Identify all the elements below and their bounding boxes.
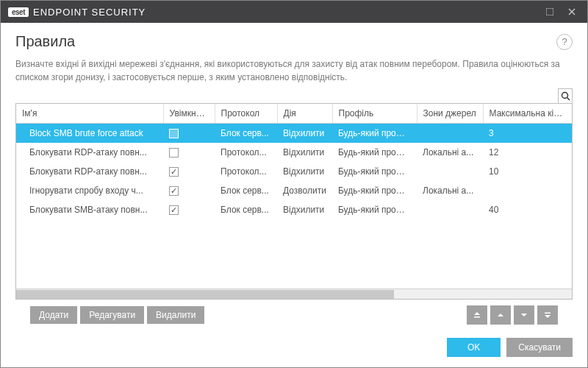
cell-protocol: Блок серв... xyxy=(215,200,277,219)
search-button[interactable] xyxy=(558,88,573,103)
triangle-bottom-icon xyxy=(543,311,552,319)
col-protocol[interactable]: Протокол xyxy=(215,104,277,124)
cell-profile: Будь-який профіль xyxy=(332,143,417,162)
horizontal-scrollbar[interactable] xyxy=(16,289,572,299)
minimize-icon xyxy=(546,8,553,15)
action-row: Додати Редагувати Видалити xyxy=(15,300,573,325)
close-icon xyxy=(568,8,576,15)
svg-point-1 xyxy=(562,93,567,99)
product-name: ENDPOINT SECURITY xyxy=(33,7,146,18)
help-button[interactable]: ? xyxy=(556,34,573,50)
cell-zones xyxy=(417,200,483,219)
cell-protocol: Протокол... xyxy=(215,143,277,162)
close-button[interactable] xyxy=(561,1,583,23)
cell-max: 10 xyxy=(483,162,572,181)
move-top-button[interactable] xyxy=(467,305,487,325)
cell-zones: Локальні а... xyxy=(417,181,483,200)
cell-max: 40 xyxy=(483,200,572,219)
cancel-button[interactable]: Скасувати xyxy=(506,338,573,357)
table-row[interactable]: Ігнорувати спробу входу ч...Блок серв...… xyxy=(16,181,572,200)
cell-protocol: Блок серв... xyxy=(215,124,277,143)
enabled-checkbox[interactable] xyxy=(169,129,179,138)
move-up-button[interactable] xyxy=(490,305,511,325)
col-max[interactable]: Максимальна кількість сп... xyxy=(483,104,572,124)
enabled-checkbox[interactable] xyxy=(169,205,179,215)
enabled-checkbox[interactable] xyxy=(169,167,179,177)
rules-table-container: Ім'я Увімкнуто Протокол Дія Профіль Зони… xyxy=(15,103,573,300)
cell-name: Блокувати RDP-атаку повн... xyxy=(16,162,163,181)
cell-max: 12 xyxy=(483,143,572,162)
cell-profile: Будь-який профіль xyxy=(332,162,417,181)
ok-button[interactable]: OK xyxy=(447,338,501,357)
page-header: Правила ? xyxy=(1,23,587,57)
svg-rect-3 xyxy=(474,316,480,318)
table-row[interactable]: Блокувати SMB-атаку повн...Блок серв...В… xyxy=(16,200,572,219)
minimize-button[interactable] xyxy=(539,1,561,23)
brand-badge: eset xyxy=(8,7,29,17)
cell-action: Дозволити xyxy=(277,181,332,200)
cell-max: 3 xyxy=(483,124,572,143)
enabled-checkbox[interactable] xyxy=(169,148,179,158)
search-icon xyxy=(561,91,570,101)
col-profile[interactable]: Профіль xyxy=(332,104,417,124)
scrollbar-thumb[interactable] xyxy=(16,290,394,299)
table-header-row: Ім'я Увімкнуто Протокол Дія Профіль Зони… xyxy=(16,104,572,124)
table-row[interactable]: Block SMB brute force attackБлок серв...… xyxy=(16,124,572,143)
move-bottom-button[interactable] xyxy=(537,305,558,325)
triangle-top-icon xyxy=(473,311,481,319)
col-zones[interactable]: Зони джерел xyxy=(417,104,483,124)
triangle-up-icon xyxy=(496,311,505,319)
description-text: Визначте вхідні й вихідні мережеві з'єдн… xyxy=(15,57,573,84)
cell-profile: Будь-який профіль xyxy=(332,181,417,200)
cell-enabled[interactable] xyxy=(163,124,215,143)
cell-enabled[interactable] xyxy=(163,181,215,200)
svg-rect-4 xyxy=(545,313,551,314)
svg-line-2 xyxy=(567,98,570,101)
cell-protocol: Протокол... xyxy=(215,162,277,181)
cell-profile: Будь-який профіль xyxy=(332,124,417,143)
cell-zones: Локальні а... xyxy=(417,143,483,162)
col-name[interactable]: Ім'я xyxy=(16,104,163,124)
page-title: Правила xyxy=(15,33,556,50)
add-button[interactable]: Додати xyxy=(30,306,77,324)
cell-name: Ігнорувати спробу входу ч... xyxy=(16,181,163,200)
cell-name: Блокувати SMB-атаку повн... xyxy=(16,200,163,219)
content-area: Визначте вхідні й вихідні мережеві з'єдн… xyxy=(1,57,587,325)
cell-profile: Будь-який профіль xyxy=(332,200,417,219)
cell-action: Відхилити xyxy=(277,124,332,143)
col-action[interactable]: Дія xyxy=(277,104,332,124)
cell-action: Відхилити xyxy=(277,200,332,219)
triangle-down-icon xyxy=(520,311,528,319)
table-row[interactable]: Блокувати RDP-атаку повн...Протокол...Ві… xyxy=(16,162,572,181)
cell-zones xyxy=(417,162,483,181)
cell-enabled[interactable] xyxy=(163,143,215,162)
table-row[interactable]: Блокувати RDP-атаку повн...Протокол...Ві… xyxy=(16,143,572,162)
edit-button[interactable]: Редагувати xyxy=(80,306,144,324)
move-down-button[interactable] xyxy=(514,305,534,325)
delete-button[interactable]: Видалити xyxy=(147,306,204,324)
enabled-checkbox[interactable] xyxy=(169,186,179,196)
rules-table: Ім'я Увімкнуто Протокол Дія Профіль Зони… xyxy=(16,104,572,219)
cell-name: Блокувати RDP-атаку повн... xyxy=(16,143,163,162)
cell-action: Відхилити xyxy=(277,162,332,181)
cell-max xyxy=(483,181,572,200)
app-window: eset ENDPOINT SECURITY Правила ? Визначт… xyxy=(0,0,588,368)
titlebar: eset ENDPOINT SECURITY xyxy=(1,1,587,23)
cell-enabled[interactable] xyxy=(163,162,215,181)
dialog-footer: OK Скасувати xyxy=(1,325,587,367)
cell-protocol: Блок серв... xyxy=(215,181,277,200)
col-enabled[interactable]: Увімкнуто xyxy=(163,104,215,124)
cell-zones xyxy=(417,124,483,143)
cell-action: Відхилити xyxy=(277,143,332,162)
svg-rect-0 xyxy=(546,8,553,15)
cell-name: Block SMB brute force attack xyxy=(16,124,163,143)
cell-enabled[interactable] xyxy=(163,200,215,219)
